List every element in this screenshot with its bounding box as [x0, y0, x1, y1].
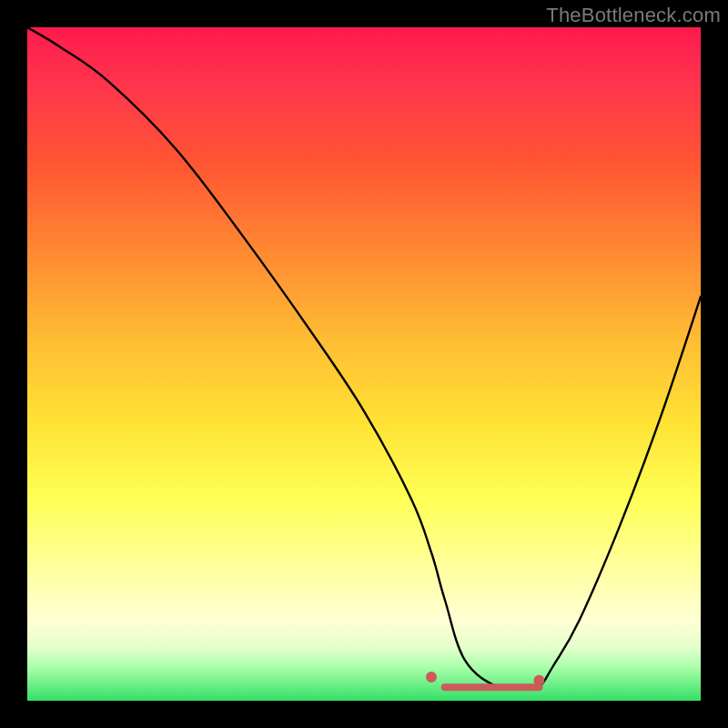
curve-svg — [27, 27, 701, 701]
right-foot-dot-icon — [533, 675, 544, 686]
watermark-text: TheBottleneck.com — [546, 4, 721, 27]
bottleneck-curve — [27, 27, 701, 690]
left-foot-dot-icon — [426, 672, 437, 682]
chart-frame: TheBottleneck.com — [0, 0, 728, 728]
plot-area — [27, 27, 701, 701]
